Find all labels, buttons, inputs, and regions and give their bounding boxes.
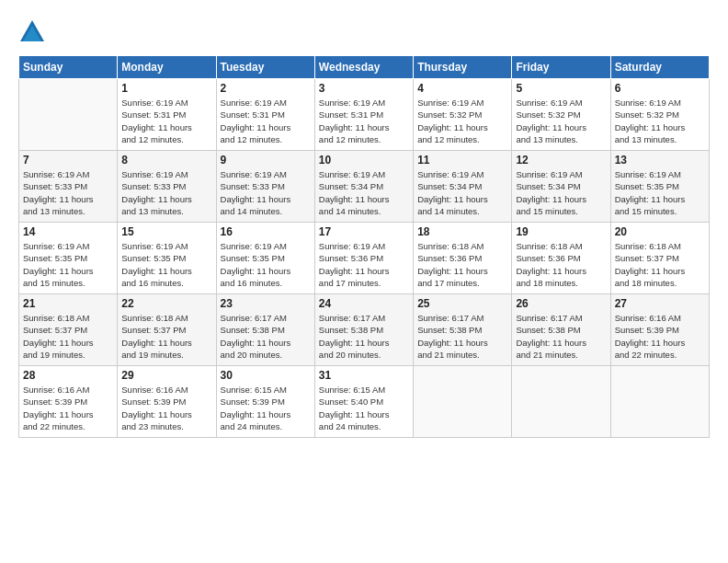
calendar-cell: 25Sunrise: 6:17 AM Sunset: 5:38 PM Dayli… xyxy=(414,294,512,366)
day-info: Sunrise: 6:18 AM Sunset: 5:37 PM Dayligh… xyxy=(615,240,705,289)
calendar-cell: 28Sunrise: 6:16 AM Sunset: 5:39 PM Dayli… xyxy=(19,366,118,438)
day-number: 28 xyxy=(23,369,113,382)
day-number: 11 xyxy=(417,154,507,167)
calendar-cell: 31Sunrise: 6:15 AM Sunset: 5:40 PM Dayli… xyxy=(314,366,413,438)
day-number: 31 xyxy=(319,369,409,382)
calendar-cell: 6Sunrise: 6:19 AM Sunset: 5:32 PM Daylig… xyxy=(610,79,709,151)
day-number: 3 xyxy=(319,82,409,95)
day-info: Sunrise: 6:19 AM Sunset: 5:34 PM Dayligh… xyxy=(319,168,409,217)
calendar-cell: 9Sunrise: 6:19 AM Sunset: 5:33 PM Daylig… xyxy=(216,151,314,223)
day-info: Sunrise: 6:17 AM Sunset: 5:38 PM Dayligh… xyxy=(516,312,606,361)
calendar-cell: 2Sunrise: 6:19 AM Sunset: 5:31 PM Daylig… xyxy=(216,79,314,151)
day-number: 14 xyxy=(23,225,113,238)
day-info: Sunrise: 6:19 AM Sunset: 5:33 PM Dayligh… xyxy=(221,168,311,217)
calendar-cell: 13Sunrise: 6:19 AM Sunset: 5:35 PM Dayli… xyxy=(610,151,709,223)
day-info: Sunrise: 6:17 AM Sunset: 5:38 PM Dayligh… xyxy=(417,312,507,361)
day-number: 12 xyxy=(516,154,606,167)
day-number: 2 xyxy=(221,82,311,95)
day-info: Sunrise: 6:18 AM Sunset: 5:37 PM Dayligh… xyxy=(23,312,113,361)
calendar-cell: 30Sunrise: 6:15 AM Sunset: 5:39 PM Dayli… xyxy=(216,366,314,438)
calendar-cell xyxy=(19,79,118,151)
day-info: Sunrise: 6:19 AM Sunset: 5:32 PM Dayligh… xyxy=(516,97,606,145)
calendar-cell: 24Sunrise: 6:17 AM Sunset: 5:38 PM Dayli… xyxy=(314,294,413,366)
calendar-cell: 3Sunrise: 6:19 AM Sunset: 5:31 PM Daylig… xyxy=(314,79,413,151)
day-number: 20 xyxy=(615,225,705,238)
day-info: Sunrise: 6:15 AM Sunset: 5:39 PM Dayligh… xyxy=(221,384,311,432)
day-of-week-header: Sunday xyxy=(19,56,118,79)
day-number: 23 xyxy=(221,297,311,310)
day-info: Sunrise: 6:19 AM Sunset: 5:33 PM Dayligh… xyxy=(23,168,113,217)
day-info: Sunrise: 6:19 AM Sunset: 5:31 PM Dayligh… xyxy=(221,97,311,145)
day-number: 15 xyxy=(121,225,211,238)
calendar-cell: 16Sunrise: 6:19 AM Sunset: 5:35 PM Dayli… xyxy=(216,223,314,294)
day-info: Sunrise: 6:19 AM Sunset: 5:36 PM Dayligh… xyxy=(319,240,409,289)
day-number: 6 xyxy=(615,82,705,95)
day-info: Sunrise: 6:16 AM Sunset: 5:39 PM Dayligh… xyxy=(121,384,211,432)
day-number: 17 xyxy=(319,225,409,238)
days-of-week-row: SundayMondayTuesdayWednesdayThursdayFrid… xyxy=(19,56,710,79)
day-info: Sunrise: 6:19 AM Sunset: 5:35 PM Dayligh… xyxy=(221,240,311,289)
calendar-header: SundayMondayTuesdayWednesdayThursdayFrid… xyxy=(19,56,710,79)
calendar-cell: 12Sunrise: 6:19 AM Sunset: 5:34 PM Dayli… xyxy=(512,151,610,223)
calendar-cell: 15Sunrise: 6:19 AM Sunset: 5:35 PM Dayli… xyxy=(118,223,216,294)
day-number: 18 xyxy=(417,225,507,238)
calendar-cell: 1Sunrise: 6:19 AM Sunset: 5:31 PM Daylig… xyxy=(118,79,216,151)
day-number: 22 xyxy=(121,297,211,310)
day-info: Sunrise: 6:19 AM Sunset: 5:34 PM Dayligh… xyxy=(516,168,606,217)
calendar-week-row: 14Sunrise: 6:19 AM Sunset: 5:35 PM Dayli… xyxy=(19,223,710,294)
day-info: Sunrise: 6:18 AM Sunset: 5:37 PM Dayligh… xyxy=(121,312,211,361)
day-number: 24 xyxy=(319,297,409,310)
calendar-cell: 11Sunrise: 6:19 AM Sunset: 5:34 PM Dayli… xyxy=(414,151,512,223)
calendar-cell: 18Sunrise: 6:18 AM Sunset: 5:36 PM Dayli… xyxy=(414,223,512,294)
day-number: 19 xyxy=(516,225,606,238)
day-of-week-header: Saturday xyxy=(610,56,709,79)
calendar-cell: 29Sunrise: 6:16 AM Sunset: 5:39 PM Dayli… xyxy=(118,366,216,438)
day-number: 8 xyxy=(121,154,211,167)
day-number: 27 xyxy=(615,297,705,310)
day-of-week-header: Monday xyxy=(118,56,216,79)
calendar-cell xyxy=(512,366,610,438)
day-of-week-header: Tuesday xyxy=(216,56,314,79)
day-info: Sunrise: 6:19 AM Sunset: 5:35 PM Dayligh… xyxy=(615,168,705,217)
day-info: Sunrise: 6:16 AM Sunset: 5:39 PM Dayligh… xyxy=(615,312,705,361)
calendar-week-row: 21Sunrise: 6:18 AM Sunset: 5:37 PM Dayli… xyxy=(19,294,710,366)
calendar-cell: 27Sunrise: 6:16 AM Sunset: 5:39 PM Dayli… xyxy=(610,294,709,366)
calendar-cell xyxy=(610,366,709,438)
calendar-body: 1Sunrise: 6:19 AM Sunset: 5:31 PM Daylig… xyxy=(19,79,710,438)
day-number: 25 xyxy=(417,297,507,310)
calendar-cell: 20Sunrise: 6:18 AM Sunset: 5:37 PM Dayli… xyxy=(610,223,709,294)
day-number: 4 xyxy=(417,82,507,95)
day-info: Sunrise: 6:19 AM Sunset: 5:32 PM Dayligh… xyxy=(615,97,705,145)
calendar-cell: 26Sunrise: 6:17 AM Sunset: 5:38 PM Dayli… xyxy=(512,294,610,366)
day-of-week-header: Friday xyxy=(512,56,610,79)
day-info: Sunrise: 6:15 AM Sunset: 5:40 PM Dayligh… xyxy=(319,384,409,432)
day-number: 16 xyxy=(221,225,311,238)
day-info: Sunrise: 6:19 AM Sunset: 5:34 PM Dayligh… xyxy=(417,168,507,217)
day-info: Sunrise: 6:19 AM Sunset: 5:35 PM Dayligh… xyxy=(23,240,113,289)
calendar: SundayMondayTuesdayWednesdayThursdayFrid… xyxy=(18,55,710,438)
logo-icon xyxy=(18,18,46,46)
calendar-cell: 4Sunrise: 6:19 AM Sunset: 5:32 PM Daylig… xyxy=(414,79,512,151)
day-info: Sunrise: 6:19 AM Sunset: 5:31 PM Dayligh… xyxy=(319,97,409,145)
day-number: 7 xyxy=(23,154,113,167)
calendar-cell: 23Sunrise: 6:17 AM Sunset: 5:38 PM Dayli… xyxy=(216,294,314,366)
page: SundayMondayTuesdayWednesdayThursdayFrid… xyxy=(0,0,728,563)
day-info: Sunrise: 6:19 AM Sunset: 5:31 PM Dayligh… xyxy=(121,97,211,145)
calendar-week-row: 1Sunrise: 6:19 AM Sunset: 5:31 PM Daylig… xyxy=(19,79,710,151)
calendar-cell: 17Sunrise: 6:19 AM Sunset: 5:36 PM Dayli… xyxy=(314,223,413,294)
calendar-cell: 8Sunrise: 6:19 AM Sunset: 5:33 PM Daylig… xyxy=(118,151,216,223)
day-number: 13 xyxy=(615,154,705,167)
calendar-week-row: 7Sunrise: 6:19 AM Sunset: 5:33 PM Daylig… xyxy=(19,151,710,223)
day-info: Sunrise: 6:18 AM Sunset: 5:36 PM Dayligh… xyxy=(516,240,606,289)
calendar-cell: 5Sunrise: 6:19 AM Sunset: 5:32 PM Daylig… xyxy=(512,79,610,151)
header xyxy=(18,18,710,46)
day-info: Sunrise: 6:19 AM Sunset: 5:33 PM Dayligh… xyxy=(121,168,211,217)
calendar-cell: 14Sunrise: 6:19 AM Sunset: 5:35 PM Dayli… xyxy=(19,223,118,294)
day-info: Sunrise: 6:17 AM Sunset: 5:38 PM Dayligh… xyxy=(221,312,311,361)
day-info: Sunrise: 6:19 AM Sunset: 5:32 PM Dayligh… xyxy=(417,97,507,145)
day-number: 21 xyxy=(23,297,113,310)
calendar-cell: 7Sunrise: 6:19 AM Sunset: 5:33 PM Daylig… xyxy=(19,151,118,223)
calendar-cell xyxy=(414,366,512,438)
day-number: 1 xyxy=(121,82,211,95)
day-info: Sunrise: 6:16 AM Sunset: 5:39 PM Dayligh… xyxy=(23,384,113,432)
